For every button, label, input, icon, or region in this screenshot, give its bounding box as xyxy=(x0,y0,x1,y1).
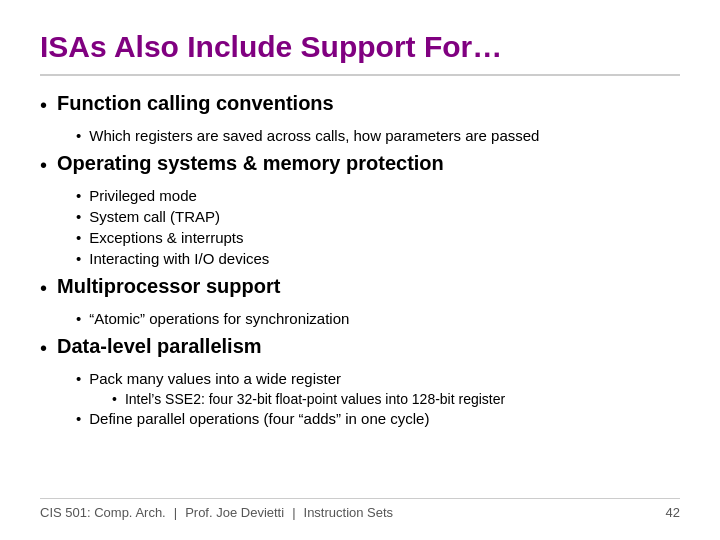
bullet-l2-io: • Interacting with I/O devices xyxy=(76,250,680,267)
slide: ISAs Also Include Support For… • Functio… xyxy=(0,0,720,540)
footer-topic: Instruction Sets xyxy=(304,505,394,520)
bullet-dot-l2: • xyxy=(76,310,81,327)
bullet-dot: • xyxy=(40,154,47,177)
section-label-os: Operating systems & memory protection xyxy=(57,152,444,175)
bullet-l1-function: • Function calling conventions xyxy=(40,92,680,117)
bullet-l3-sse2: • Intel’s SSE2: four 32-bit float-point … xyxy=(112,391,680,407)
sub-text-io: Interacting with I/O devices xyxy=(89,250,269,267)
section-label-data-parallelism: Data-level parallelism xyxy=(57,335,262,358)
footer-course: CIS 501: Comp. Arch. xyxy=(40,505,166,520)
bullet-l1-data-parallelism: • Data-level parallelism xyxy=(40,335,680,360)
section-data-parallelism: • Data-level parallelism • Pack many val… xyxy=(40,335,680,427)
footer-sep-2: | xyxy=(292,505,295,520)
bullet-l2-syscall: • System call (TRAP) xyxy=(76,208,680,225)
section-multiprocessor: • Multiprocessor support • “Atomic” oper… xyxy=(40,275,680,327)
footer-page: 42 xyxy=(666,505,680,520)
sub-text-sse2: Intel’s SSE2: four 32-bit float-point va… xyxy=(125,391,505,407)
footer-left: CIS 501: Comp. Arch. | Prof. Joe Deviett… xyxy=(40,505,393,520)
bullet-l2-define-parallel: • Define parallel operations (four “adds… xyxy=(76,410,680,427)
bullet-l2-exceptions: • Exceptions & interrupts xyxy=(76,229,680,246)
footer-professor: Prof. Joe Devietti xyxy=(185,505,284,520)
bullet-dot-l2: • xyxy=(76,208,81,225)
bullet-dot-l2: • xyxy=(76,127,81,144)
footer: CIS 501: Comp. Arch. | Prof. Joe Deviett… xyxy=(40,498,680,520)
section-operating-systems: • Operating systems & memory protection … xyxy=(40,152,680,267)
sub-text-registers: Which registers are saved across calls, … xyxy=(89,127,539,144)
section-label-function: Function calling conventions xyxy=(57,92,334,115)
slide-content: • Function calling conventions • Which r… xyxy=(40,92,680,498)
bullet-l2-atomic: • “Atomic” operations for synchronizatio… xyxy=(76,310,680,327)
section-label-multiprocessor: Multiprocessor support xyxy=(57,275,280,298)
sub-text-syscall: System call (TRAP) xyxy=(89,208,220,225)
bullet-dot-l2: • xyxy=(76,250,81,267)
footer-sep-1: | xyxy=(174,505,177,520)
sub-text-define-parallel: Define parallel operations (four “adds” … xyxy=(89,410,429,427)
sub-text-privileged: Privileged mode xyxy=(89,187,197,204)
sub-text-atomic: “Atomic” operations for synchronization xyxy=(89,310,349,327)
bullet-dot-l2: • xyxy=(76,410,81,427)
section-function-calling: • Function calling conventions • Which r… xyxy=(40,92,680,144)
bullet-dot: • xyxy=(40,277,47,300)
bullet-dot-l2: • xyxy=(76,229,81,246)
bullet-dot-l2: • xyxy=(76,187,81,204)
bullet-dot-l2: • xyxy=(76,370,81,387)
bullet-dot-l3: • xyxy=(112,391,117,407)
bullet-l2-registers: • Which registers are saved across calls… xyxy=(76,127,680,144)
sub-text-exceptions: Exceptions & interrupts xyxy=(89,229,243,246)
slide-title: ISAs Also Include Support For… xyxy=(40,30,680,76)
bullet-l1-os: • Operating systems & memory protection xyxy=(40,152,680,177)
bullet-dot: • xyxy=(40,337,47,360)
bullet-l1-multiprocessor: • Multiprocessor support xyxy=(40,275,680,300)
bullet-l2-privileged: • Privileged mode xyxy=(76,187,680,204)
sub-text-pack: Pack many values into a wide register xyxy=(89,370,341,387)
bullet-dot: • xyxy=(40,94,47,117)
bullet-l2-pack: • Pack many values into a wide register xyxy=(76,370,680,387)
